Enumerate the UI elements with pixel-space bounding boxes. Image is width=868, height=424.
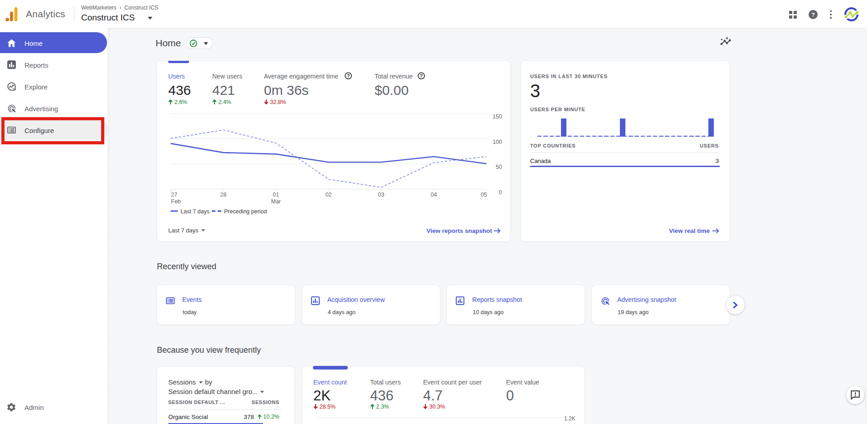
svg-text:27: 27 [171, 192, 177, 198]
svg-text:0: 0 [499, 189, 502, 196]
svg-text:05: 05 [481, 192, 487, 198]
svg-text:50: 50 [496, 164, 502, 170]
svg-text:150: 150 [493, 113, 502, 120]
svg-text:03: 03 [378, 192, 385, 198]
svg-text:Feb: Feb [171, 198, 181, 205]
svg-text:Mar: Mar [271, 198, 281, 205]
svg-text:100: 100 [493, 139, 502, 145]
svg-text:Preceding period: Preceding period [224, 208, 267, 215]
svg-text:28: 28 [220, 192, 227, 198]
svg-text:Last 7 days: Last 7 days [180, 208, 210, 215]
svg-text:01: 01 [273, 192, 279, 198]
svg-text:04: 04 [431, 192, 437, 198]
svg-text:?: ? [811, 11, 815, 18]
svg-text:02: 02 [326, 192, 332, 198]
